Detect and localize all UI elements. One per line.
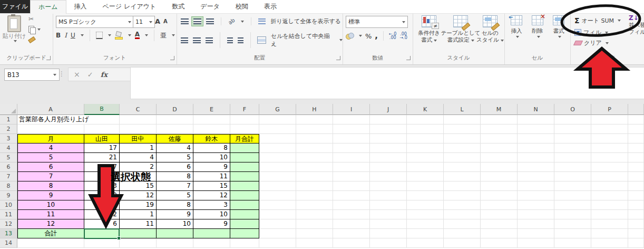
cell-A2[interactable] — [17, 125, 84, 134]
cell-M5[interactable] — [481, 153, 518, 162]
percent-style-button[interactable]: % — [365, 32, 372, 40]
cell-H1[interactable] — [296, 115, 333, 125]
cell-N14[interactable] — [518, 238, 554, 248]
cell-I8[interactable] — [333, 181, 370, 191]
cell-J11[interactable] — [370, 210, 407, 219]
cell-P6[interactable] — [591, 162, 628, 172]
cell-H10[interactable] — [296, 200, 333, 210]
cell-H8[interactable] — [296, 181, 333, 191]
copy-button[interactable] — [28, 25, 41, 34]
cell-P2[interactable] — [591, 125, 628, 134]
fill-color-dropdown-icon[interactable] — [128, 34, 131, 36]
cell-I2[interactable] — [333, 125, 370, 134]
cell-C10[interactable]: 19 — [120, 200, 157, 210]
row-header-12[interactable]: 12 — [0, 219, 17, 229]
cell-E14[interactable] — [193, 238, 230, 248]
col-header-C[interactable]: C — [120, 104, 157, 115]
select-all-corner[interactable] — [0, 104, 17, 115]
cell-L8[interactable] — [444, 181, 481, 191]
tab-insert[interactable]: 挿入 — [66, 0, 95, 13]
cell-J3[interactable] — [370, 134, 407, 143]
cell-I4[interactable] — [333, 143, 370, 153]
cell-F7[interactable] — [230, 172, 259, 181]
paste-dropdown-icon[interactable] — [14, 40, 17, 42]
cell-partial13[interactable] — [628, 229, 644, 238]
cell-N2[interactable] — [518, 125, 554, 134]
cell-C11[interactable]: 1 — [120, 210, 157, 219]
cell-L12[interactable] — [444, 219, 481, 229]
cell-P11[interactable] — [591, 210, 628, 219]
cell-O6[interactable] — [554, 162, 591, 172]
cell-A6[interactable]: 6 — [17, 162, 84, 172]
row-header-9[interactable]: 9 — [0, 191, 17, 200]
row-header-3[interactable]: 3 — [0, 134, 17, 143]
cell-J10[interactable] — [370, 200, 407, 210]
cell-M1[interactable] — [481, 115, 518, 125]
underline-button[interactable]: U — [71, 32, 75, 39]
col-header-M[interactable]: M — [481, 104, 518, 115]
row-header-5[interactable]: 5 — [0, 153, 17, 162]
cell-I9[interactable] — [333, 191, 370, 200]
cell-A7[interactable]: 7 — [17, 172, 84, 181]
enter-icon[interactable]: ✓ — [87, 71, 93, 79]
cell-O9[interactable] — [554, 191, 591, 200]
borders-icon[interactable] — [96, 32, 103, 39]
comma-style-button[interactable]: , — [375, 31, 378, 41]
cell-partial9[interactable] — [628, 191, 644, 200]
cell-A12[interactable]: 12 — [17, 219, 84, 229]
cell-C2[interactable] — [120, 125, 157, 134]
cell-B1[interactable] — [84, 115, 120, 125]
cell-L14[interactable] — [444, 238, 481, 248]
cell-D9[interactable]: 5 — [157, 191, 193, 200]
cell-B12[interactable]: 6 — [84, 219, 120, 229]
cell-G8[interactable] — [259, 181, 296, 191]
cell-P9[interactable] — [591, 191, 628, 200]
cell-K12[interactable] — [407, 219, 444, 229]
selected-cell-outline[interactable] — [84, 228, 120, 239]
cell-G9[interactable] — [259, 191, 296, 200]
cell-P7[interactable] — [591, 172, 628, 181]
cell-J9[interactable] — [370, 191, 407, 200]
cell-A3[interactable]: 月 — [17, 134, 84, 143]
cell-partial11[interactable] — [628, 210, 644, 219]
cell-N1[interactable] — [518, 115, 554, 125]
cell-C14[interactable] — [120, 238, 157, 248]
cell-M11[interactable] — [481, 210, 518, 219]
clipboard-dialog-launcher-icon[interactable] — [46, 56, 51, 60]
cell-A8[interactable]: 8 — [17, 181, 84, 191]
cell-D10[interactable]: 8 — [157, 200, 193, 210]
cell-I7[interactable] — [333, 172, 370, 181]
cell-E13[interactable] — [193, 229, 230, 238]
cell-M14[interactable] — [481, 238, 518, 248]
cell-P14[interactable] — [591, 238, 628, 248]
borders-dropdown-icon[interactable] — [108, 34, 111, 36]
clear-button[interactable]: クリア — [574, 39, 609, 47]
col-header-P[interactable]: P — [591, 104, 628, 115]
cell-F13[interactable] — [230, 229, 259, 238]
cell-I6[interactable] — [333, 162, 370, 172]
row-header-1[interactable]: 1 — [0, 115, 17, 125]
cell-N10[interactable] — [518, 200, 554, 210]
font-size-select[interactable]: 11 — [133, 16, 155, 28]
row-header-8[interactable]: 8 — [0, 181, 17, 191]
cell-partial12[interactable] — [628, 219, 644, 229]
cell-M10[interactable] — [481, 200, 518, 210]
cell-L3[interactable] — [444, 134, 481, 143]
cell-F14[interactable] — [230, 238, 259, 248]
grow-font-button[interactable]: A — [155, 17, 160, 25]
cell-I12[interactable] — [333, 219, 370, 229]
align-center-icon[interactable] — [193, 37, 200, 43]
col-header-F[interactable]: F — [230, 104, 259, 115]
format-as-table-button[interactable]: テーブルとして 書式設定 — [444, 15, 477, 43]
tab-review[interactable]: 校閲 — [228, 0, 256, 13]
cell-partial2[interactable] — [628, 125, 644, 134]
cell-L1[interactable] — [444, 115, 481, 125]
cell-F6[interactable] — [230, 162, 259, 172]
cell-K10[interactable] — [407, 200, 444, 210]
orientation-icon[interactable]: ab — [227, 17, 236, 25]
sort-filter-button[interactable]: Z↓ 並べ替 フィル — [629, 15, 644, 35]
col-header-H[interactable]: H — [296, 104, 333, 115]
cell-E4[interactable]: 8 — [193, 143, 230, 153]
cell-H13[interactable] — [296, 229, 333, 238]
col-header-N[interactable]: N — [518, 104, 554, 115]
